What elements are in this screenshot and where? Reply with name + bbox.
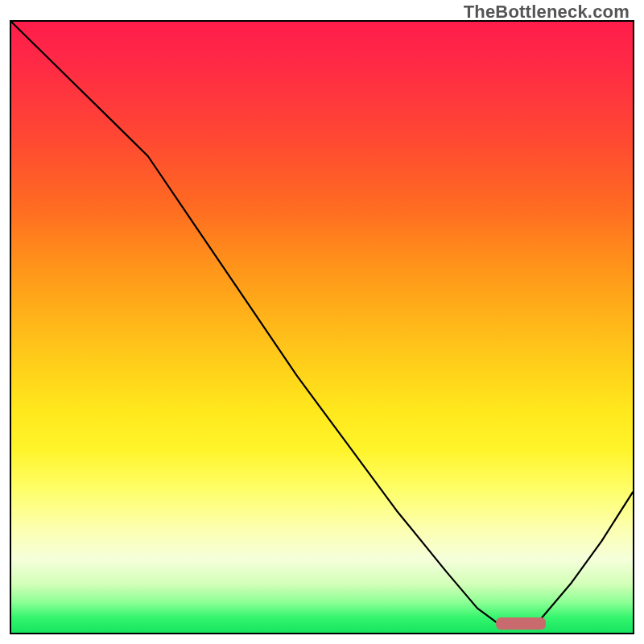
optimal-marker [496, 617, 546, 630]
chart-container: TheBottleneck.com [0, 0, 644, 644]
curve-overlay [11, 22, 633, 633]
bottleneck-curve [11, 22, 633, 626]
plot-area [10, 20, 634, 634]
